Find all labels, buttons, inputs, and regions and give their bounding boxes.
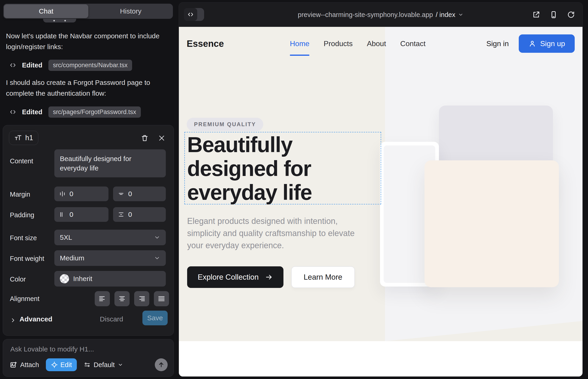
chevron-right-icon [10,317,16,323]
margin-y-input[interactable]: 0 [113,187,166,201]
color-select[interactable]: Inherit [54,271,166,286]
align-center-button[interactable] [114,291,130,306]
discard-button[interactable]: Discard [100,315,123,323]
margin-x-icon [59,190,66,197]
site-logo[interactable]: Essence [187,39,224,49]
code-icon [9,108,16,116]
tab-history[interactable]: History [89,4,173,19]
save-button[interactable]: Save [142,311,168,325]
chat-composer: Ask Lovable to modify H1... Attach Edit … [3,339,174,377]
learn-more-label: Learn More [304,273,342,282]
app-window: Chat History Now let's update the Navbar… [0,0,588,379]
content-input[interactable]: Beautifully designed for everyday life [54,149,166,177]
preview-window: preview--charming-site-symphony.lovable.… [179,2,583,377]
sliders-icon [84,361,91,368]
send-button[interactable] [155,358,168,371]
font-weight-label: Font weight [10,255,44,262]
edited-file-chip[interactable]: src/components/Navbar.tsx [48,60,132,71]
url-bar[interactable]: preview--charming-site-symphony.lovable.… [179,2,583,27]
mobile-view-button[interactable] [549,11,558,19]
site-navbar: Essence Home Products About Contact Sign… [179,27,583,60]
chat-message: I should also create a Forgot Password p… [6,77,170,99]
edit-label: Edit [60,361,72,369]
font-size-select[interactable]: 5XL [54,230,166,245]
advanced-toggle[interactable]: Advanced [19,315,52,323]
chevron-down-icon [154,234,160,241]
hero-heading[interactable]: Beautifully designed for everyday life [187,133,380,205]
edited-label: Edited [22,62,42,69]
margin-y-value: 0 [128,190,132,198]
margin-y-icon [118,190,124,197]
content-label: Content [10,157,33,165]
next-section [179,341,583,377]
site-nav-links: Home Products About Contact [290,27,426,60]
margin-x-value: 0 [69,190,73,198]
align-left-button[interactable] [95,291,110,306]
learn-more-button[interactable]: Learn More [291,266,355,288]
font-size-value: 5XL [60,234,72,241]
arrow-right-icon [265,273,273,281]
nav-link-contact[interactable]: Contact [400,39,425,48]
element-tag-label: h1 [25,134,33,142]
element-tag-pill: h1 [9,131,38,145]
url-host: preview--charming-site-symphony.lovable.… [298,11,433,19]
nav-link-about[interactable]: About [367,39,386,48]
user-icon [528,40,536,47]
tab-chat-label: Chat [39,7,53,15]
tab-chat[interactable]: Chat [4,4,88,18]
align-right-button[interactable] [134,291,149,306]
composer-input[interactable]: Ask Lovable to modify H1... [10,345,94,353]
explore-collection-label: Explore Collection [198,273,259,282]
url-path: / index [436,11,455,19]
chat-history-tabbar: Chat History [3,4,173,19]
hero-badge: PREMIUM QUALITY [187,118,263,131]
attach-label: Attach [20,361,39,369]
chevron-down-icon [154,255,160,261]
alignment-label: Alignment [10,295,39,303]
edit-mode-button[interactable]: Edit [46,358,77,371]
open-external-button[interactable] [532,11,540,19]
nav-link-products[interactable]: Products [324,39,353,48]
padding-y-input[interactable]: 0 [113,207,166,222]
font-size-label: Font size [10,234,37,242]
attach-image-icon [10,361,17,368]
edited-file-row: Edited src/pages/ForgotPassword.tsx [9,106,141,118]
margin-label: Margin [10,191,30,198]
explore-collection-button[interactable]: Explore Collection [187,266,283,288]
chevron-down-icon [458,12,464,17]
preview-toolbar: preview--charming-site-symphony.lovable.… [179,2,583,27]
edited-file-row: Edited src/components/Navbar.tsx [9,59,132,71]
edited-label: Edited [22,108,42,116]
code-icon [9,62,16,69]
tab-history-label: History [120,7,141,15]
padding-label: Padding [10,211,34,219]
font-weight-select[interactable]: Medium [54,250,166,266]
color-swatch [60,274,69,283]
padding-x-icon [59,211,66,218]
padding-y-value: 0 [128,211,132,218]
close-editor-button[interactable] [157,133,167,143]
chat-message: Now let's update the Navbar component to… [6,31,170,52]
type-icon [14,134,22,142]
color-value: Inherit [73,275,92,283]
attach-button[interactable]: Attach [10,361,39,369]
sign-in-link[interactable]: Sign in [486,39,509,48]
nav-link-home[interactable]: Home [290,39,309,48]
default-mode-button[interactable]: Default [84,361,123,369]
decor-rect-cream [424,160,559,287]
refresh-button[interactable] [567,11,575,19]
target-icon [51,361,58,368]
edited-file-chip[interactable]: src/pages/ForgotPassword.tsx [48,107,141,118]
padding-x-input[interactable]: 0 [54,207,108,222]
sign-up-label: Sign up [540,39,565,48]
hero-description: Elegant products designed with intention… [187,215,361,252]
chevron-down-icon [118,362,123,367]
sign-up-button[interactable]: Sign up [519,34,575,53]
scrolled-chip-peek [43,19,76,22]
margin-x-input[interactable]: 0 [54,187,108,201]
delete-element-button[interactable] [140,133,150,143]
element-editor-panel: h1 Content Beautifully designed for ever… [3,125,174,336]
padding-y-icon [118,211,124,218]
align-justify-button[interactable] [154,291,169,306]
padding-x-value: 0 [69,211,73,218]
